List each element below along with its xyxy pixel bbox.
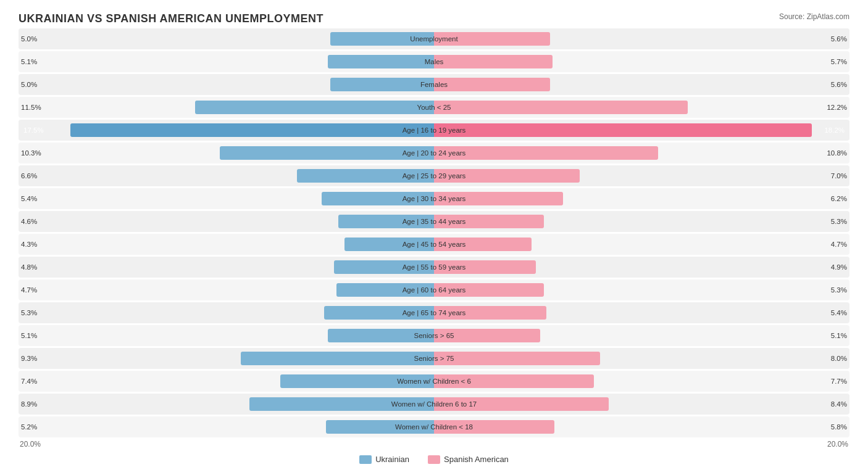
axis-left-label: 20.0%	[20, 440, 41, 448]
legend-spanish-label: Spanish American	[444, 455, 509, 464]
chart-row: 5.1% Males 5.7%	[19, 51, 849, 72]
chart-row: 4.3% Age | 45 to 54 years 4.7%	[19, 234, 849, 255]
chart-row: 5.0% Unemployment 5.6%	[19, 28, 849, 49]
chart-title: UKRAINIAN VS SPANISH AMERICAN UNEMPLOYME…	[19, 12, 323, 25]
axis-labels: 20.0% 20.0%	[19, 440, 849, 448]
chart-row: 17.5% Age | 16 to 19 years 18.2%	[19, 120, 849, 141]
chart-source: Source: ZipAtlas.com	[779, 12, 849, 21]
legend-spanish-color	[428, 455, 440, 464]
legend-ukrainian-label: Ukrainian	[375, 455, 409, 464]
chart-container: UKRAINIAN VS SPANISH AMERICAN UNEMPLOYME…	[0, 0, 868, 467]
chart-row: 5.4% Age | 30 to 34 years 6.2%	[19, 188, 849, 209]
chart-row: 9.3% Seniors > 75 8.0%	[19, 348, 849, 369]
chart-row: 5.1% Seniors > 65 5.1%	[19, 325, 849, 346]
chart-row: 4.8% Age | 55 to 59 years 4.9%	[19, 257, 849, 278]
chart-row: 11.5% Youth < 25 12.2%	[19, 97, 849, 118]
chart-row: 5.0% Females 5.6%	[19, 74, 849, 95]
legend-ukrainian: Ukrainian	[359, 455, 409, 464]
chart-row: 4.6% Age | 35 to 44 years 5.3%	[19, 211, 849, 232]
chart-row: 4.7% Age | 60 to 64 years 5.3%	[19, 279, 849, 300]
chart-row: 10.3% Age | 20 to 24 years 10.8%	[19, 143, 849, 163]
chart-row: 6.6% Age | 25 to 29 years 7.0%	[19, 165, 849, 186]
legend-ukrainian-color	[359, 455, 372, 464]
chart-row: 7.4% Women w/ Children < 6 7.7%	[19, 371, 849, 392]
chart-area: 5.0% Unemployment 5.6% 5.1% Males 5.7% 5…	[19, 28, 849, 437]
legend-spanish: Spanish American	[428, 455, 509, 464]
chart-row: 8.9% Women w/ Children 6 to 17 8.4%	[19, 394, 849, 415]
axis-right-label: 20.0%	[827, 440, 848, 448]
chart-row: 5.2% Women w/ Children < 18 5.8%	[19, 416, 849, 437]
legend: Ukrainian Spanish American	[19, 455, 849, 464]
chart-row: 5.3% Age | 65 to 74 years 5.4%	[19, 302, 849, 323]
